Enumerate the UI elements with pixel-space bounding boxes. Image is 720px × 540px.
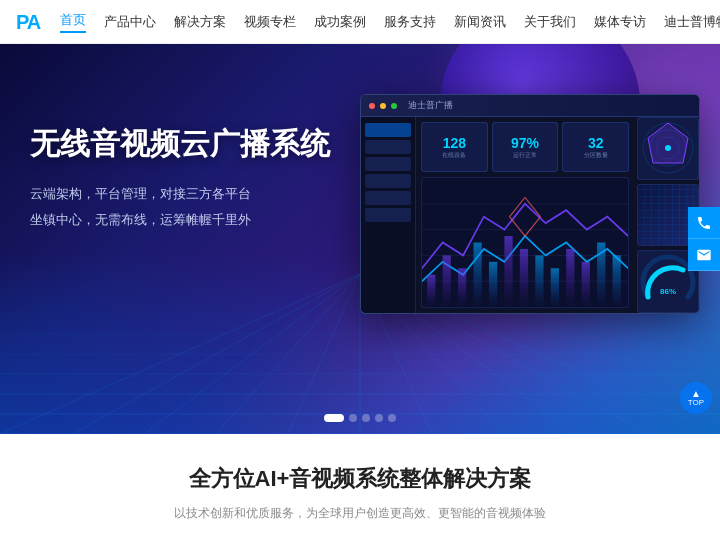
dash-metric-1-val: 128 [443,135,466,151]
dash-sidebar-item [365,191,411,205]
logo-text: PA [16,12,40,32]
svg-rect-31 [566,249,574,307]
svg-text:86%: 86% [660,287,676,296]
hero-dot-1[interactable] [324,414,344,422]
hero-text-block: 无线音视频云广播系统 云端架构，平台管理，对接三方各平台 坐镇中心，无需布线，运… [30,124,330,233]
svg-rect-27 [504,236,512,307]
dashboard-title-text: 迪士普广播 [408,99,453,112]
dash-sidebar-item [365,157,411,171]
dash-sidebar-item [365,140,411,154]
hero-subtitle: 云端架构，平台管理，对接三方各平台 坐镇中心，无需布线，运筹帷幄千里外 [30,181,330,233]
section-ai-subtitle: 以技术创新和优质服务，为全球用户创造更高效、更智能的音视频体验 [20,504,700,523]
nav-links: 首页 产品中心 解决方案 视频专栏 成功案例 服务支持 新闻资讯 关于我们 媒体… [60,11,720,33]
top-button[interactable]: ▲ TOP [680,382,712,414]
svg-rect-24 [458,268,466,307]
svg-rect-22 [427,275,435,307]
svg-rect-34 [613,255,621,307]
nav-item-news[interactable]: 新闻资讯 [454,13,506,31]
chart-svg [422,178,628,307]
hero-subtitle-line2: 坐镇中心，无需布线，运筹帷幄千里外 [30,207,330,233]
svg-rect-29 [535,255,543,307]
svg-rect-33 [597,243,605,308]
svg-rect-32 [582,262,590,307]
nav-item-about[interactable]: 关于我们 [524,13,576,31]
dash-metric-1: 128 在线设备 [421,122,488,172]
nav-item-museum[interactable]: 迪士普博物馆 [664,13,720,31]
hero-subtitle-line1: 云端架构，平台管理，对接三方各平台 [30,181,330,207]
hero-dot-5[interactable] [388,414,396,422]
dash-metric-3: 32 分区数量 [562,122,629,172]
svg-point-40 [665,145,671,151]
nav-item-cases[interactable]: 成功案例 [314,13,366,31]
phone-icon [696,215,712,231]
dash-metrics-row: 128 在线设备 97% 运行正常 32 分区数量 [421,122,629,172]
hero-title: 无线音视频云广播系统 [30,124,330,163]
svg-rect-30 [551,268,559,307]
nav-item-home[interactable]: 首页 [60,11,86,33]
dash-sidebar-item [365,123,411,137]
hero-section: 无线音视频云广播系统 云端架构，平台管理，对接三方各平台 坐镇中心，无需布线，运… [0,44,720,434]
nav-item-videos[interactable]: 视频专栏 [244,13,296,31]
nav-item-support[interactable]: 服务支持 [384,13,436,31]
hero-dot-2[interactable] [349,414,357,422]
dash-metric-1-label: 在线设备 [442,151,466,160]
hero-dot-3[interactable] [362,414,370,422]
hero-dashboard: 迪士普广播 128 在线设备 97% [360,94,700,314]
top-label: TOP [688,399,704,407]
hero-dot-4[interactable] [375,414,383,422]
nav-item-media[interactable]: 媒体专访 [594,13,646,31]
hero-dots [324,414,396,422]
side-action-email[interactable] [688,239,720,271]
dash-metric-2-label: 运行正常 [513,151,537,160]
navbar: PA 首页 产品中心 解决方案 视频专栏 成功案例 服务支持 新闻资讯 关于我们… [0,0,720,44]
side-actions [688,207,720,271]
svg-rect-23 [443,255,451,307]
svg-rect-25 [474,243,482,308]
section-ai-title: 全方位AI+音视频系统整体解决方案 [20,464,700,494]
dash-sidebar-item [365,174,411,188]
dash-chart-area [421,177,629,308]
email-icon [696,247,712,263]
radar-svg [638,118,698,178]
dash-metric-3-val: 32 [588,135,604,151]
dash-sidebar [361,117,416,313]
dash-dot-yellow [380,103,386,109]
dashboard-header: 迪士普广播 [361,95,699,117]
logo: PA [16,12,40,32]
svg-marker-39 [648,123,688,163]
dash-sidebar-item [365,208,411,222]
section-ai: 全方位AI+音视频系统整体解决方案 以技术创新和优质服务，为全球用户创造更高效、… [0,434,720,540]
dash-metric-3-label: 分区数量 [584,151,608,160]
dashboard-body: 128 在线设备 97% 运行正常 32 分区数量 [361,117,699,313]
svg-rect-28 [520,249,528,307]
dash-dot-red [369,103,375,109]
dash-metric-2-val: 97% [511,135,539,151]
dash-metric-2: 97% 运行正常 [492,122,559,172]
dash-dot-green [391,103,397,109]
nav-item-solutions[interactable]: 解决方案 [174,13,226,31]
svg-rect-26 [489,262,497,307]
dash-right-box-1 [637,117,699,180]
nav-item-products[interactable]: 产品中心 [104,13,156,31]
side-action-phone[interactable] [688,207,720,239]
dash-main-content: 128 在线设备 97% 运行正常 32 分区数量 [416,117,634,313]
